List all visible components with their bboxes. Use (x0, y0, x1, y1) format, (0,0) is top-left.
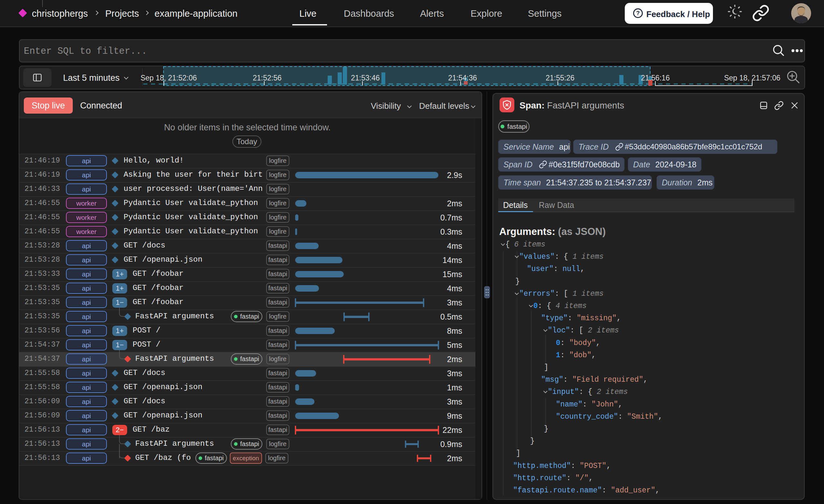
svg-text:?: ? (636, 10, 640, 16)
